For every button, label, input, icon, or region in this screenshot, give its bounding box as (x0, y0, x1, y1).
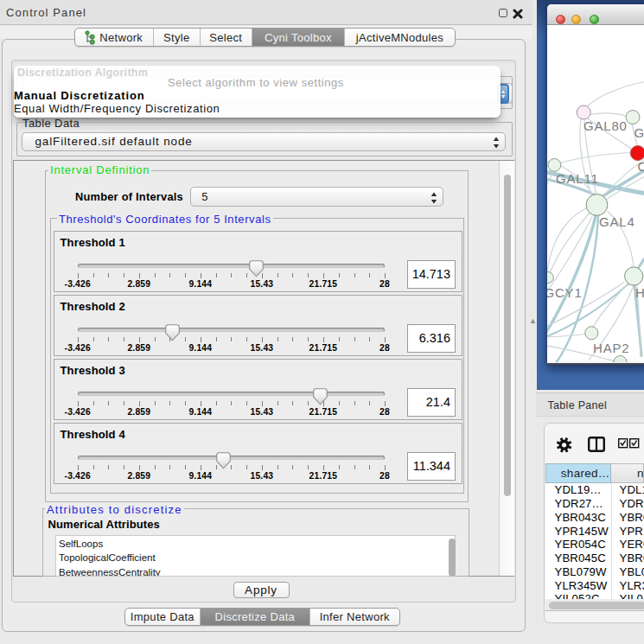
svg-text:G.: G. (634, 124, 644, 139)
svg-text:GAL4: GAL4 (599, 214, 635, 229)
svg-text:C: C (638, 159, 644, 174)
svg-text:GCY1: GCY1 (547, 284, 583, 299)
svg-text:HAP2: HAP2 (593, 340, 629, 354)
svg-text:GAL80: GAL80 (583, 118, 628, 132)
svg-text:GAL11: GAL11 (556, 170, 599, 185)
svg-text:H: H (635, 284, 644, 299)
